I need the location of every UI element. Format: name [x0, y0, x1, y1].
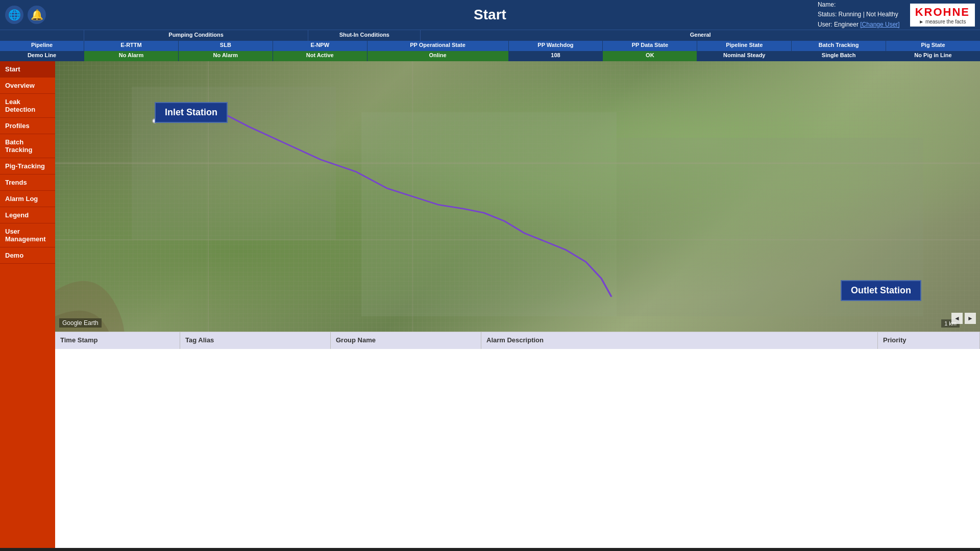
sidebar-item-leak-detection[interactable]: Leak Detection: [0, 94, 55, 118]
e-rttm-header: E-RTTM: [84, 41, 179, 51]
krohne-logo: KROHNE ► measure the facts: [910, 4, 975, 27]
pipeline-values-row: Demo Line No Alarm No Alarm Not Active O…: [0, 51, 980, 61]
google-earth-label: Google Earth: [59, 318, 102, 328]
header-info: Name: Status: Running | Not Healthy User…: [818, 0, 900, 30]
general-header: General: [421, 30, 980, 41]
alarm-col-group: Group Name: [331, 332, 481, 349]
logo-text: KROHNE: [915, 6, 970, 19]
alarm-col-timestamp: Time Stamp: [55, 332, 180, 349]
outlet-station-label: Outlet Station: [841, 280, 921, 301]
pp-op-header: PP Operational State: [368, 41, 509, 51]
map-nav-left[interactable]: ◄: [951, 313, 963, 324]
logo-sub: ► measure the facts: [919, 19, 966, 24]
sidebar-item-user-management[interactable]: User Management: [0, 223, 55, 247]
globe-icon[interactable]: 🌐: [5, 6, 23, 24]
sidebar-item-batch-tracking[interactable]: Batch Tracking: [0, 134, 55, 158]
pp-data-value: OK: [603, 51, 697, 61]
e-rttm-value: No Alarm: [84, 51, 179, 61]
demo-line-value: Demo Line: [0, 51, 84, 61]
batch-tracking-header: Batch Tracking: [792, 41, 886, 51]
alarm-col-description: Alarm Description: [481, 332, 878, 349]
main-content: Start Overview Leak Detection Profiles B…: [0, 61, 980, 548]
sidebar-item-pig-tracking[interactable]: Pig-Tracking: [0, 158, 55, 174]
enpw-header: E-NPW: [273, 41, 368, 51]
enpw-value: Not Active: [273, 51, 368, 61]
pp-data-header: PP Data State: [603, 41, 697, 51]
map-navigation: ◄ ►: [951, 313, 976, 324]
sidebar-item-trends[interactable]: Trends: [0, 174, 55, 191]
sidebar-item-profiles[interactable]: Profiles: [0, 118, 55, 134]
user-label: User: Engineer: [818, 21, 859, 28]
sidebar: Start Overview Leak Detection Profiles B…: [0, 61, 55, 548]
header-icons: 🌐 🔔: [5, 6, 46, 24]
sidebar-item-overview[interactable]: Overview: [0, 78, 55, 94]
map-area[interactable]: Inlet Station Outlet Station Google Eart…: [55, 61, 980, 332]
pp-watchdog-header: PP Watchdog: [509, 41, 603, 51]
pipeline-section-headers: Pumping Conditions Shut-In Conditions Ge…: [0, 30, 980, 41]
pipeline-state-header: Pipeline State: [697, 41, 792, 51]
alarm-col-tag: Tag Alias: [180, 332, 331, 349]
pipeline-state-value: Nominal Steady: [697, 51, 792, 61]
name-label: Name:: [818, 1, 836, 8]
alarm-table-area: Time Stamp Tag Alias Group Name Alarm De…: [55, 332, 980, 349]
pipeline-col-headers: Pipeline E-RTTM SLB E-NPW PP Operational…: [0, 41, 980, 51]
alarm-col-priority: Priority: [878, 332, 980, 349]
pipeline-label-header: Pipeline: [0, 41, 84, 51]
sidebar-item-start[interactable]: Start: [0, 61, 55, 78]
content-area: Inlet Station Outlet Station Google Eart…: [55, 61, 980, 548]
bell-icon[interactable]: 🔔: [28, 6, 46, 24]
sidebar-item-alarm-log[interactable]: Alarm Log: [0, 191, 55, 207]
slb-value: No Alarm: [179, 51, 273, 61]
alarm-table-header: Time Stamp Tag Alias Group Name Alarm De…: [55, 332, 980, 349]
header: 🌐 🔔 Start Name: Status: Running | Not He…: [0, 0, 980, 30]
pumping-conditions-header: Pumping Conditions: [84, 30, 308, 41]
map-nav-right[interactable]: ►: [965, 313, 976, 324]
inlet-station-label: Inlet Station: [155, 102, 228, 123]
page-title: Start: [474, 7, 506, 23]
status-value: Running | Not Healthy: [839, 11, 898, 18]
pig-state-header: Pig State: [886, 41, 980, 51]
pig-state-value: No Pig in Line: [886, 51, 980, 61]
change-user-link[interactable]: [Change User]: [860, 21, 899, 28]
bottom-panel: [55, 349, 980, 548]
pp-watchdog-value: 108: [509, 51, 603, 61]
slb-header: SLB: [179, 41, 273, 51]
batch-tracking-value: Single Batch: [792, 51, 886, 61]
sidebar-item-demo[interactable]: Demo: [0, 247, 55, 264]
pp-op-value: Online: [368, 51, 509, 61]
shutin-conditions-header: Shut-In Conditions: [308, 30, 421, 41]
status-label: Status:: [818, 11, 837, 18]
sidebar-item-legend[interactable]: Legend: [0, 207, 55, 223]
